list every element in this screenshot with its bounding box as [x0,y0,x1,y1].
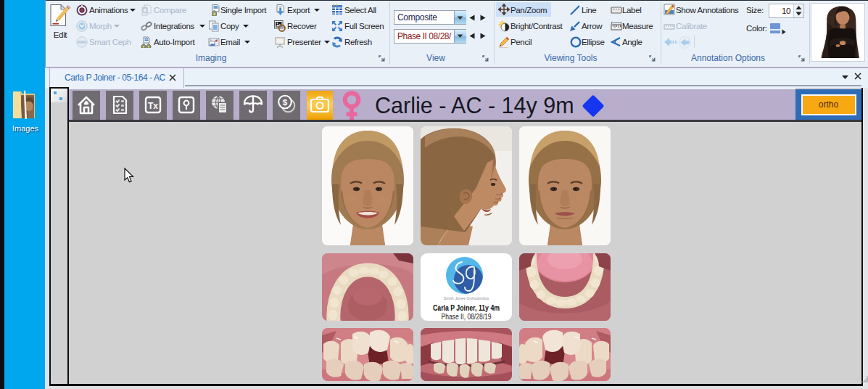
svg-text:Tx: Tx [148,101,158,111]
svg-text:Smith Jones Orthodontics: Smith Jones Orthodontics [444,295,489,300]
svg-text:Carla P Joiner, 11y 4m: Carla P Joiner, 11y 4m [433,303,500,312]
svg-text:$: $ [283,98,288,107]
svg-text:Phase II, 08/28/19: Phase II, 08/28/19 [442,312,492,320]
